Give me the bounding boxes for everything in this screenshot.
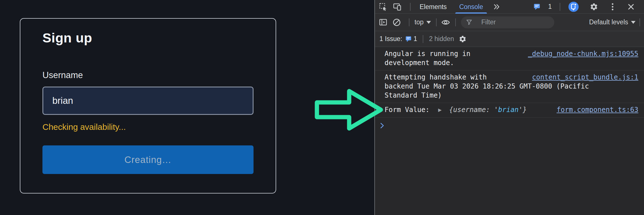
submit-button[interactable]: Creating… <box>42 145 254 174</box>
source-link[interactable]: content_script_bundle.js:1 <box>532 73 638 82</box>
tab-bar-right-cluster: 1 <box>533 1 641 12</box>
issue-bar-label: 1 Issue: <box>379 35 402 43</box>
console-message-label: Form Value: <box>385 106 433 114</box>
console-sidebar-icon[interactable] <box>379 18 387 27</box>
username-input[interactable] <box>42 87 254 115</box>
expand-triangle-icon[interactable]: ▶ <box>438 107 441 113</box>
more-tabs-icon[interactable] <box>493 3 501 10</box>
issues-bubble-icon <box>533 3 541 10</box>
extension-icon[interactable] <box>568 1 579 12</box>
divider <box>639 18 640 26</box>
issues-count: 1 <box>548 3 552 10</box>
filter-box[interactable] <box>461 16 554 28</box>
console-message: form.component.ts:63 Form Value: ▶ {user… <box>375 103 644 118</box>
kebab-menu-icon[interactable] <box>609 3 616 11</box>
chevron-down-icon <box>631 21 636 24</box>
clear-console-icon[interactable] <box>392 18 401 27</box>
log-levels-label: Default levels <box>589 18 628 26</box>
object-value: brian <box>498 106 519 114</box>
log-levels-selector[interactable]: Default levels <box>589 18 636 26</box>
context-selector[interactable]: top <box>415 18 431 26</box>
issues-bubble-icon <box>405 36 412 42</box>
object-brace-close: } <box>523 106 527 114</box>
filter-funnel-icon <box>466 19 472 25</box>
close-icon[interactable] <box>627 3 635 11</box>
hidden-messages-label: 2 hidden <box>429 35 454 43</box>
object-quote: ' <box>494 106 498 114</box>
devtools-panel: Elements Console <box>374 0 644 215</box>
tab-console[interactable]: Console <box>453 0 489 14</box>
object-quote: ' <box>519 106 523 114</box>
screenshot-root: Sign up Username Checking availability..… <box>0 0 644 215</box>
source-link[interactable]: form.component.ts:63 <box>557 105 638 114</box>
object-colon: : <box>486 106 494 114</box>
availability-status: Checking availability... <box>42 122 126 132</box>
live-expression-eye-icon[interactable] <box>441 18 450 27</box>
device-toolbar-icon[interactable] <box>393 3 402 11</box>
object-brace-open: { <box>449 106 453 114</box>
divider <box>410 3 411 11</box>
console-toolbar: top Default levels <box>375 14 644 31</box>
arrow-annotation <box>313 85 384 133</box>
console-message: _debug_node-chunk.mjs:10955 Angular is r… <box>375 47 644 70</box>
console-prompt[interactable] <box>375 118 644 130</box>
devtools-tab-bar: Elements Console <box>375 0 644 14</box>
divider <box>436 18 437 26</box>
console-log-area: _debug_node-chunk.mjs:10955 Angular is r… <box>375 47 644 215</box>
username-label: Username <box>42 70 83 80</box>
issues-badge[interactable]: 1 <box>533 3 552 10</box>
page-title: Sign up <box>42 30 92 46</box>
console-message-text: Angular is running in development mode. <box>385 50 470 67</box>
chevron-down-icon <box>426 21 431 24</box>
issues-bar: 1 Issue: 1 2 hidden <box>375 31 644 47</box>
object-key: username <box>453 106 486 114</box>
divider <box>409 18 409 26</box>
issue-bar-badge[interactable]: 1 <box>405 35 417 43</box>
tab-elements[interactable]: Elements <box>413 0 453 14</box>
filter-input[interactable] <box>481 18 549 26</box>
submit-button-label: Creating… <box>124 154 172 165</box>
hidden-settings-gear-icon[interactable] <box>459 35 467 43</box>
divider <box>423 35 423 43</box>
issue-bar-count: 1 <box>414 35 417 43</box>
console-message: content_script_bundle.js:1 Attempting ha… <box>375 70 644 103</box>
source-link[interactable]: _debug_node-chunk.mjs:10955 <box>528 49 638 58</box>
context-selector-label: top <box>415 18 424 26</box>
inspect-element-icon[interactable] <box>379 3 387 11</box>
object-preview[interactable]: {username: 'brian'} <box>449 106 527 114</box>
settings-gear-icon[interactable] <box>590 3 598 11</box>
divider <box>560 3 560 11</box>
signup-card: Sign up Username Checking availability..… <box>20 18 276 194</box>
divider <box>455 18 456 26</box>
